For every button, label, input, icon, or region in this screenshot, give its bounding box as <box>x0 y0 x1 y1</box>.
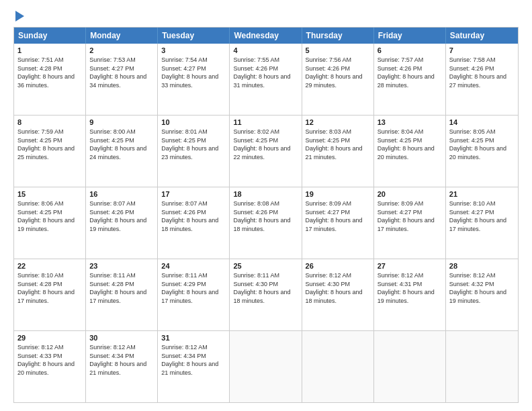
day-info: Sunrise: 8:09 AMSunset: 4:27 PMDaylight:… <box>306 200 363 232</box>
day-info: Sunrise: 8:00 AMSunset: 4:25 PMDaylight:… <box>89 128 146 161</box>
empty-cell <box>374 331 446 402</box>
day-number: 27 <box>378 262 442 270</box>
day-number: 6 <box>378 46 442 54</box>
day-number: 31 <box>161 334 226 342</box>
day-number: 30 <box>89 334 154 342</box>
day-number: 8 <box>17 118 82 126</box>
calendar-week-4: 22 Sunrise: 8:10 AMSunset: 4:28 PMDaylig… <box>14 259 518 331</box>
calendar-week-3: 15 Sunrise: 8:06 AMSunset: 4:25 PMDaylig… <box>14 187 518 259</box>
day-number: 2 <box>89 46 154 54</box>
day-number: 24 <box>161 262 226 270</box>
day-header-saturday: Saturday <box>446 28 518 44</box>
day-cell-26: 26 Sunrise: 8:12 AMSunset: 4:30 PMDaylig… <box>302 259 374 330</box>
day-info: Sunrise: 8:12 AMSunset: 4:31 PMDaylight:… <box>378 272 435 304</box>
day-number: 25 <box>233 262 298 270</box>
day-header-tuesday: Tuesday <box>158 28 230 44</box>
day-cell-1: 1 Sunrise: 7:51 AMSunset: 4:28 PMDayligh… <box>14 44 86 115</box>
day-cell-13: 13 Sunrise: 8:04 AMSunset: 4:25 PMDaylig… <box>374 116 446 187</box>
empty-cell <box>230 331 302 402</box>
day-cell-18: 18 Sunrise: 8:08 AMSunset: 4:26 PMDaylig… <box>230 187 302 259</box>
day-cell-21: 21 Sunrise: 8:10 AMSunset: 4:27 PMDaylig… <box>446 187 518 259</box>
day-number: 16 <box>89 190 154 198</box>
day-cell-8: 8 Sunrise: 7:59 AMSunset: 4:25 PMDayligh… <box>14 116 86 187</box>
day-info: Sunrise: 7:56 AMSunset: 4:26 PMDaylight:… <box>306 56 363 89</box>
day-info: Sunrise: 8:12 AMSunset: 4:32 PMDaylight:… <box>449 272 506 304</box>
day-info: Sunrise: 8:07 AMSunset: 4:26 PMDaylight:… <box>89 200 146 232</box>
day-number: 10 <box>161 118 226 126</box>
day-cell-7: 7 Sunrise: 7:58 AMSunset: 4:26 PMDayligh… <box>446 44 518 115</box>
day-cell-20: 20 Sunrise: 8:09 AMSunset: 4:27 PMDaylig… <box>374 187 446 259</box>
day-number: 20 <box>378 190 442 198</box>
calendar: SundayMondayTuesdayWednesdayThursdayFrid… <box>13 27 519 403</box>
day-info: Sunrise: 7:51 AMSunset: 4:28 PMDaylight:… <box>17 56 75 89</box>
day-info: Sunrise: 8:11 AMSunset: 4:30 PMDaylight:… <box>233 272 290 304</box>
empty-cell <box>302 331 374 402</box>
day-info: Sunrise: 8:05 AMSunset: 4:25 PMDaylight:… <box>449 128 506 161</box>
day-info: Sunrise: 7:58 AMSunset: 4:26 PMDaylight:… <box>449 56 506 89</box>
day-info: Sunrise: 8:09 AMSunset: 4:27 PMDaylight:… <box>378 200 435 232</box>
logo-text <box>13 11 24 21</box>
day-cell-22: 22 Sunrise: 8:10 AMSunset: 4:28 PMDaylig… <box>14 259 86 330</box>
day-cell-29: 29 Sunrise: 8:12 AMSunset: 4:33 PMDaylig… <box>14 331 86 402</box>
day-header-friday: Friday <box>374 28 446 44</box>
day-cell-27: 27 Sunrise: 8:12 AMSunset: 4:31 PMDaylig… <box>374 259 446 330</box>
day-cell-16: 16 Sunrise: 8:07 AMSunset: 4:26 PMDaylig… <box>86 187 158 259</box>
day-number: 14 <box>449 118 515 126</box>
day-cell-14: 14 Sunrise: 8:05 AMSunset: 4:25 PMDaylig… <box>446 116 518 187</box>
day-cell-31: 31 Sunrise: 8:12 AMSunset: 4:34 PMDaylig… <box>158 331 230 402</box>
day-cell-28: 28 Sunrise: 8:12 AMSunset: 4:32 PMDaylig… <box>446 259 518 330</box>
day-info: Sunrise: 8:11 AMSunset: 4:28 PMDaylight:… <box>89 272 146 304</box>
day-info: Sunrise: 8:12 AMSunset: 4:34 PMDaylight:… <box>161 344 218 376</box>
day-info: Sunrise: 8:10 AMSunset: 4:28 PMDaylight:… <box>17 272 75 304</box>
day-cell-6: 6 Sunrise: 7:57 AMSunset: 4:26 PMDayligh… <box>374 44 446 115</box>
calendar-body: 1 Sunrise: 7:51 AMSunset: 4:28 PMDayligh… <box>14 44 518 402</box>
day-info: Sunrise: 8:12 AMSunset: 4:30 PMDaylight:… <box>306 272 363 304</box>
day-cell-25: 25 Sunrise: 8:11 AMSunset: 4:30 PMDaylig… <box>230 259 302 330</box>
day-info: Sunrise: 8:12 AMSunset: 4:33 PMDaylight:… <box>17 344 75 376</box>
calendar-week-5: 29 Sunrise: 8:12 AMSunset: 4:33 PMDaylig… <box>14 331 518 402</box>
day-cell-9: 9 Sunrise: 8:00 AMSunset: 4:25 PMDayligh… <box>86 116 158 187</box>
empty-cell <box>446 331 518 402</box>
page: SundayMondayTuesdayWednesdayThursdayFrid… <box>0 0 532 411</box>
day-info: Sunrise: 8:08 AMSunset: 4:26 PMDaylight:… <box>233 200 290 232</box>
day-header-thursday: Thursday <box>302 28 374 44</box>
day-info: Sunrise: 8:04 AMSunset: 4:25 PMDaylight:… <box>378 128 435 161</box>
day-header-monday: Monday <box>86 28 158 44</box>
day-number: 1 <box>17 46 82 54</box>
header <box>13 11 519 21</box>
day-info: Sunrise: 8:03 AMSunset: 4:25 PMDaylight:… <box>306 128 363 161</box>
day-cell-17: 17 Sunrise: 8:07 AMSunset: 4:26 PMDaylig… <box>158 187 230 259</box>
day-cell-4: 4 Sunrise: 7:55 AMSunset: 4:26 PMDayligh… <box>230 44 302 115</box>
day-cell-15: 15 Sunrise: 8:06 AMSunset: 4:25 PMDaylig… <box>14 187 86 259</box>
calendar-header: SundayMondayTuesdayWednesdayThursdayFrid… <box>14 28 518 44</box>
day-info: Sunrise: 8:07 AMSunset: 4:26 PMDaylight:… <box>161 200 218 232</box>
day-cell-30: 30 Sunrise: 8:12 AMSunset: 4:34 PMDaylig… <box>86 331 158 402</box>
day-info: Sunrise: 8:02 AMSunset: 4:25 PMDaylight:… <box>233 128 290 161</box>
day-cell-24: 24 Sunrise: 8:11 AMSunset: 4:29 PMDaylig… <box>158 259 230 330</box>
day-number: 11 <box>233 118 298 126</box>
day-number: 17 <box>161 190 226 198</box>
day-info: Sunrise: 7:55 AMSunset: 4:26 PMDaylight:… <box>233 56 290 89</box>
day-number: 9 <box>89 118 154 126</box>
day-header-wednesday: Wednesday <box>230 28 302 44</box>
day-number: 28 <box>449 262 515 270</box>
day-info: Sunrise: 8:11 AMSunset: 4:29 PMDaylight:… <box>161 272 218 304</box>
day-info: Sunrise: 8:10 AMSunset: 4:27 PMDaylight:… <box>449 200 506 232</box>
day-cell-11: 11 Sunrise: 8:02 AMSunset: 4:25 PMDaylig… <box>230 116 302 187</box>
day-number: 12 <box>306 118 370 126</box>
day-info: Sunrise: 7:54 AMSunset: 4:27 PMDaylight:… <box>161 56 218 89</box>
day-number: 18 <box>233 190 298 198</box>
day-info: Sunrise: 7:53 AMSunset: 4:27 PMDaylight:… <box>89 56 146 89</box>
calendar-week-2: 8 Sunrise: 7:59 AMSunset: 4:25 PMDayligh… <box>14 116 518 187</box>
day-number: 22 <box>17 262 82 270</box>
day-number: 23 <box>89 262 154 270</box>
day-number: 21 <box>449 190 515 198</box>
day-info: Sunrise: 8:01 AMSunset: 4:25 PMDaylight:… <box>161 128 218 161</box>
day-cell-5: 5 Sunrise: 7:56 AMSunset: 4:26 PMDayligh… <box>302 44 374 115</box>
logo <box>13 11 24 21</box>
day-cell-10: 10 Sunrise: 8:01 AMSunset: 4:25 PMDaylig… <box>158 116 230 187</box>
day-number: 29 <box>17 334 82 342</box>
day-info: Sunrise: 7:57 AMSunset: 4:26 PMDaylight:… <box>378 56 435 89</box>
day-cell-23: 23 Sunrise: 8:11 AMSunset: 4:28 PMDaylig… <box>86 259 158 330</box>
day-number: 3 <box>161 46 226 54</box>
